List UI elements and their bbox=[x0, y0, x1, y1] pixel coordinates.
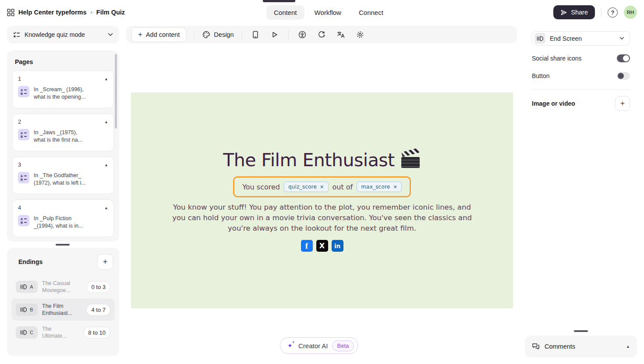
score-line-selected[interactable]: You scored quiz_score ✕ out of max_score… bbox=[233, 176, 411, 197]
question-mark-icon: ? bbox=[611, 9, 615, 16]
accessibility-icon bbox=[298, 31, 306, 39]
multiple-choice-icon: AB bbox=[18, 172, 29, 183]
image-or-video-label: Image or video bbox=[532, 100, 575, 107]
ending-name: The CasualMoviegoe... bbox=[42, 280, 86, 294]
screen-type-label: End Screen bbox=[550, 35, 615, 42]
page-card-3[interactable]: 3 ▲ AB In _The Godfather_(1972), what is… bbox=[12, 157, 114, 194]
page-number: 4 bbox=[18, 204, 21, 211]
pages-panel-title: Pages bbox=[15, 58, 114, 65]
question-preview: In _Jaws _(1975),what is the first na... bbox=[34, 129, 82, 144]
ending-letter: A bbox=[30, 284, 33, 289]
help-button[interactable]: ? bbox=[608, 7, 618, 18]
creator-ai-button[interactable]: ✦ ✦ Creator AI Beta bbox=[280, 337, 358, 354]
avatar[interactable]: RH bbox=[624, 6, 637, 19]
breadcrumb-workspace[interactable]: Help Center typeforms bbox=[18, 9, 87, 16]
pages-panel: Pages 1 ▲ AB In _Scream_ (1996),what is … bbox=[7, 50, 119, 242]
editor-toolbar: + Add content Design bbox=[126, 26, 517, 43]
preview-button[interactable] bbox=[269, 29, 280, 40]
add-content-label: Add content bbox=[146, 31, 180, 38]
beta-badge: Beta bbox=[332, 340, 354, 351]
end-screen-title-text: The Film Enthusiast bbox=[223, 150, 394, 171]
quiz-mode-selector[interactable]: Knowledge quiz mode bbox=[7, 26, 119, 43]
ending-name: The FilmEnthusiast... bbox=[42, 303, 86, 317]
screen-type-selector[interactable]: End Screen bbox=[532, 31, 630, 46]
mobile-preview-button[interactable] bbox=[250, 29, 261, 40]
page-card-4[interactable]: 4 ▲ AB In _Pulp Fiction_(1994), what is … bbox=[12, 200, 114, 237]
add-ending-button[interactable]: + bbox=[97, 254, 113, 270]
end-screen-description[interactable]: You know your stuff! You pay attention t… bbox=[169, 202, 475, 233]
pages-scrollbar[interactable] bbox=[115, 54, 117, 128]
facebook-icon[interactable]: f bbox=[301, 240, 313, 252]
breadcrumb: Help Center typeforms › Film Quiz bbox=[7, 0, 125, 25]
creator-ai-label: Creator AI bbox=[298, 342, 328, 350]
page-number: 2 bbox=[18, 118, 21, 125]
collapse-page-icon[interactable]: ▲ bbox=[104, 163, 108, 167]
ending-row-b[interactable]: B The FilmEnthusiast... 4 to 7 bbox=[11, 299, 115, 321]
page-card-1[interactable]: 1 ▲ AB In _Scream_ (1996),what is the op… bbox=[12, 71, 114, 108]
breadcrumb-current[interactable]: Film Quiz bbox=[96, 9, 125, 16]
svg-text:B: B bbox=[21, 178, 23, 181]
score-prefix: You scored bbox=[242, 183, 280, 191]
max-score-variable-chip[interactable]: max_score ✕ bbox=[357, 182, 402, 192]
collapse-comments-icon[interactable]: ▲ bbox=[626, 344, 630, 349]
tab-content[interactable]: Content bbox=[266, 5, 304, 20]
collapse-page-icon[interactable]: ▲ bbox=[104, 120, 108, 124]
main-tabs: Content Workflow Connect bbox=[266, 0, 391, 25]
tab-workflow[interactable]: Workflow bbox=[307, 5, 349, 20]
end-screen-icon: C bbox=[16, 326, 38, 339]
setting-label: Social share icons bbox=[532, 55, 582, 62]
plus-icon: + bbox=[103, 257, 108, 267]
add-content-button[interactable]: + Add content bbox=[131, 27, 186, 42]
share-button[interactable]: Share bbox=[553, 5, 595, 19]
score-range-pill[interactable]: 8 to 10 bbox=[83, 327, 110, 339]
social-share-icons-setting: Social share icons bbox=[532, 53, 630, 64]
end-screen-title[interactable]: The Film Enthusiast bbox=[223, 150, 421, 171]
translate-button[interactable] bbox=[335, 29, 347, 40]
workspace-grid-icon[interactable] bbox=[7, 9, 14, 16]
send-icon bbox=[560, 9, 567, 16]
comments-panel[interactable]: Comments ▲ bbox=[525, 335, 637, 357]
linkedin-icon[interactable]: in bbox=[332, 240, 343, 252]
multiple-choice-icon: AB bbox=[18, 215, 29, 226]
quiz-score-variable-chip[interactable]: quiz_score ✕ bbox=[284, 182, 329, 192]
remove-variable-icon[interactable]: ✕ bbox=[393, 185, 397, 189]
quiz-score-variable-label: quiz_score bbox=[288, 184, 317, 190]
comments-icon bbox=[532, 343, 540, 350]
page-number: 1 bbox=[18, 75, 21, 82]
play-icon bbox=[271, 31, 278, 38]
button-toggle[interactable] bbox=[617, 72, 630, 80]
accessibility-button[interactable] bbox=[297, 29, 308, 40]
right-panel-divider bbox=[532, 89, 630, 90]
recall-information-button[interactable] bbox=[316, 29, 327, 40]
end-screen-icon: B bbox=[16, 303, 38, 316]
remove-variable-icon[interactable]: ✕ bbox=[320, 185, 324, 189]
max-score-variable-label: max_score bbox=[361, 184, 390, 190]
x-twitter-icon[interactable]: X bbox=[316, 240, 328, 252]
add-media-button[interactable]: + bbox=[615, 96, 630, 111]
toolbar-divider bbox=[288, 30, 289, 39]
end-screen-canvas[interactable]: The Film Enthusiast You scored quiz_scor… bbox=[131, 93, 513, 308]
collapse-page-icon[interactable]: ▲ bbox=[104, 206, 108, 210]
design-button[interactable]: Design bbox=[202, 31, 234, 39]
settings-button[interactable] bbox=[354, 29, 366, 40]
sparkles-icon: ✦ ✦ bbox=[287, 342, 294, 349]
svg-text:B: B bbox=[21, 92, 23, 95]
multiple-choice-icon: AB bbox=[18, 86, 29, 97]
comments-resize-handle[interactable] bbox=[574, 330, 588, 332]
header-divider bbox=[601, 7, 602, 17]
collapse-page-icon[interactable]: ▲ bbox=[104, 77, 108, 81]
ending-row-a[interactable]: A The CasualMoviegoe... 0 to 3 bbox=[11, 276, 115, 298]
score-range-pill[interactable]: 0 to 3 bbox=[86, 281, 110, 293]
ending-row-c[interactable]: C TheUltimate... 8 to 10 bbox=[11, 321, 115, 343]
score-middle: out of bbox=[333, 183, 353, 191]
tab-connect[interactable]: Connect bbox=[351, 5, 391, 20]
pages-panel-resize-handle[interactable] bbox=[56, 244, 70, 246]
ending-letter: C bbox=[30, 330, 33, 335]
svg-text:B: B bbox=[21, 221, 23, 224]
top-bar: Help Center typeforms › Film Quiz Conten… bbox=[0, 0, 644, 25]
page-card-2[interactable]: 2 ▲ AB In _Jaws _(1975),what is the firs… bbox=[12, 114, 114, 151]
score-range-pill[interactable]: 4 to 7 bbox=[86, 304, 110, 316]
ending-name: TheUltimate... bbox=[42, 325, 83, 340]
quiz-mode-label: Knowledge quiz mode bbox=[25, 31, 103, 38]
social-share-icons-toggle[interactable] bbox=[617, 54, 630, 62]
